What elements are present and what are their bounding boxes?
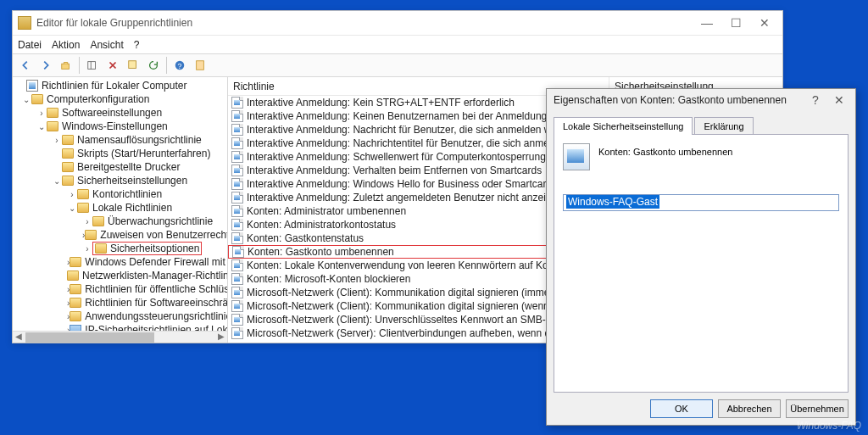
tree-account-policies[interactable]: ›Kontorichtlinien [14, 187, 227, 201]
policy-item-icon [231, 165, 243, 176]
tree-network-list[interactable]: Netzwerklisten-Manager-Richtlinien [14, 269, 227, 282]
policy-item-icon [231, 178, 243, 190]
policy-item-icon [231, 110, 243, 122]
tree-firewall[interactable]: ›Windows Defender Firewall mit erwei [14, 255, 227, 269]
svg-rect-3 [129, 61, 136, 69]
tree-deployed-printers[interactable]: Bereitgestellte Drucker [14, 160, 227, 174]
dialog-policy-label: Konten: Gastkonto umbenennen [598, 147, 732, 157]
policy-root-icon [26, 80, 38, 92]
close-button[interactable]: ✕ [750, 14, 779, 32]
tree-app-control[interactable]: ›Anwendungssteuerungsrichtlinien [14, 310, 227, 323]
dialog-title: Eigenschaften von Konten: Gastkonto umbe… [554, 94, 804, 106]
policy-item-icon [231, 259, 243, 271]
folder-icon [70, 311, 81, 321]
policy-item-icon [231, 287, 243, 298]
policy-item-icon [231, 300, 243, 312]
show-hide-tree-button[interactable] [83, 56, 102, 75]
svg-text:?: ? [178, 62, 182, 70]
rename-value: Windows-FAQ-Gast [566, 195, 659, 209]
list-item-label: Konten: Gastkontenstatus [247, 232, 364, 244]
policy-item-icon [231, 97, 243, 109]
menu-file[interactable]: Datei [18, 39, 42, 51]
properties-button[interactable] [124, 56, 142, 75]
policy-item-icon [231, 314, 243, 326]
list-item-label: Konten: Microsoft-Konten blockieren [247, 273, 410, 285]
dialog-tabs: Lokale Sicherheitseinstellung Erklärung [547, 111, 855, 134]
list-item-label: Interaktive Anmeldung: Verhalten beim En… [247, 165, 542, 176]
menubar: Datei Aktion Ansicht ? [13, 35, 782, 53]
properties-dialog: Eigenschaften von Konten: Gastkonto umbe… [546, 88, 856, 426]
policy-item-icon [231, 192, 243, 204]
folder-icon [70, 284, 81, 294]
list-item-label: Konten: Gastkonto umbenennen [248, 246, 394, 258]
tab-explanation[interactable]: Erklärung [694, 117, 753, 135]
list-item-label: Interaktive Anmeldung: Kein STRG+ALT+ENT… [247, 97, 515, 109]
filter-button[interactable] [191, 56, 209, 75]
rename-input[interactable]: Windows-FAQ-Gast [563, 194, 839, 211]
tree-root[interactable]: Richtlinien für Lokaler Computer [14, 79, 227, 92]
refresh-button[interactable] [144, 56, 163, 75]
tree-scripts[interactable]: Skripts (Start/Herunterfahren) [14, 147, 227, 160]
tree-public-key[interactable]: ›Richtlinien für öffentliche Schlüssel [14, 282, 227, 296]
folder-icon [62, 135, 74, 145]
tree-computer-config[interactable]: ⌄Computerkonfiguration [14, 92, 227, 106]
folder-icon [70, 257, 81, 267]
tree-software-settings[interactable]: ›Softwareeinstellungen [14, 106, 227, 120]
tree-audit-policy[interactable]: ›Überwachungsrichtlinie [14, 215, 227, 228]
policy-item-icon [231, 232, 243, 244]
svg-rect-6 [197, 61, 204, 70]
maximize-button[interactable]: ☐ [721, 14, 750, 32]
policy-item-icon [231, 137, 243, 149]
list-item-label: Interaktive Anmeldung: Nachricht für Ben… [247, 124, 573, 136]
help-button[interactable]: ? [170, 56, 189, 75]
dialog-close-button[interactable]: ✕ [826, 93, 852, 107]
tree-name-resolution[interactable]: ›Namensauflösungsrichtlinie [14, 133, 227, 147]
dialog-titlebar[interactable]: Eigenschaften von Konten: Gastkonto umbe… [547, 89, 855, 111]
folder-icon [31, 94, 43, 104]
app-icon [18, 16, 31, 30]
folder-icon [70, 298, 81, 308]
policy-item-icon [231, 273, 243, 285]
tree-software-restriction[interactable]: ›Richtlinien für Softwareeinschränkun [14, 296, 227, 310]
policy-item-icon [231, 205, 243, 217]
back-button[interactable] [16, 56, 35, 75]
list-item-label: Microsoft-Netzwerk (Client): Kommunikati… [247, 287, 556, 298]
policy-item-icon [231, 327, 243, 339]
policy-item-icon [232, 246, 244, 258]
list-item-label: Interaktive Anmeldung: Keinen Benutzerna… [247, 110, 591, 122]
menu-view[interactable]: Ansicht [90, 39, 123, 51]
tree-security-options[interactable]: ›Sicherheitsoptionen [14, 242, 227, 255]
cancel-button[interactable]: Abbrechen [718, 399, 781, 418]
tab-local-security[interactable]: Lokale Sicherheitseinstellung [554, 117, 693, 135]
list-item-label: Interaktive Anmeldung: Zuletzt angemelde… [247, 192, 563, 204]
forward-button[interactable] [36, 56, 55, 75]
folder-icon [47, 108, 58, 118]
ok-button[interactable]: OK [650, 399, 713, 418]
folder-icon [77, 203, 89, 213]
up-button[interactable] [57, 56, 75, 75]
dialog-body: Konten: Gastkonto umbenennen Windows-FAQ… [554, 134, 849, 393]
svg-rect-0 [62, 64, 70, 69]
folder-icon [67, 270, 79, 281]
folder-icon [47, 121, 58, 131]
tree-security-settings[interactable]: ⌄Sicherheitseinstellungen [14, 174, 227, 187]
menu-action[interactable]: Aktion [52, 39, 80, 51]
list-item-label: Konten: Administratorkontostatus [247, 219, 396, 231]
dialog-help-button[interactable]: ? [804, 93, 826, 107]
minimize-button[interactable]: — [693, 14, 721, 32]
menu-help[interactable]: ? [134, 39, 140, 51]
tree-windows-settings[interactable]: ⌄Windows-Einstellungen [14, 120, 227, 133]
svg-rect-1 [88, 62, 96, 70]
titlebar[interactable]: Editor für lokale Gruppenrichtlinien — ☐… [13, 11, 782, 35]
tree-local-policies[interactable]: ⌄Lokale Richtlinien [14, 201, 227, 215]
watermark: Windows-FAQ [797, 420, 861, 432]
apply-button[interactable]: Übernehmen [786, 399, 849, 418]
folder-icon [62, 162, 74, 172]
horizontal-scrollbar[interactable]: ◀▶ [13, 331, 227, 343]
tree-pane[interactable]: Richtlinien für Lokaler Computer ⌄Comput… [13, 77, 228, 343]
delete-button[interactable] [103, 56, 122, 75]
folder-icon [62, 176, 74, 186]
tree-user-rights[interactable]: ›Zuweisen von Benutzerrechten [14, 228, 227, 242]
list-item-label: Interaktive Anmeldung: Schwellenwert für… [247, 151, 546, 163]
folder-icon [95, 243, 107, 254]
